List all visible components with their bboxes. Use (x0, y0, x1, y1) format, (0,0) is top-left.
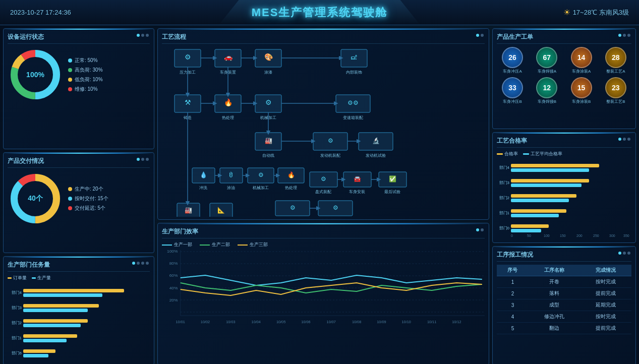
header-title: MES生产管理系统驾驶舱 (252, 5, 388, 20)
node-heat: 🔥 热处理 (215, 95, 241, 120)
svg-text:20%: 20% (169, 298, 178, 302)
node-axle: ⚙ 驱动桥装配 (275, 201, 310, 217)
dashboard: 2023-10-27 17:24:36 MES生产管理系统驾驶舱 ☀ 17~28… (0, 0, 639, 364)
delivery-dot-1 (68, 187, 72, 191)
legend-dept1-label: 生产一部 (174, 241, 192, 248)
legend-item-2: 高负荷: 30% (68, 67, 150, 74)
table-row: 4修边冲孔按时完成 (497, 311, 631, 323)
svg-text:150: 150 (66, 359, 72, 359)
dot-d3 (146, 158, 149, 161)
dot-po2 (623, 34, 626, 37)
col-name: 工序名称 (529, 265, 580, 276)
order-circle-1: 26 (502, 47, 523, 68)
delivery-dot-3 (68, 206, 72, 210)
node-paint: 🎨 涂漆 (255, 49, 281, 75)
production-order-panel: 产品生产工单 26 车身冲压A 67 (492, 28, 636, 129)
svg-text:部门2: 部门2 (12, 321, 22, 325)
col-id: 序号 (497, 265, 529, 276)
svg-text:⚙: ⚙ (185, 53, 191, 61)
dot-wr3 (627, 252, 630, 255)
legend-order: 订单量 (8, 275, 27, 281)
svg-text:10/04: 10/04 (252, 320, 261, 324)
svg-rect-22 (23, 349, 55, 353)
dot-e2 (481, 228, 484, 231)
node-wheel: ⚙ 轮桥装配 (318, 201, 353, 217)
node-engine: ⚙ 发动机装配 (313, 133, 347, 158)
svg-text:200: 200 (576, 234, 583, 237)
qualify-panel: 工艺合格率 合格率 工艺平均合格率 (492, 132, 636, 243)
order-circle-7: 15 (571, 77, 592, 98)
svg-text:💧: 💧 (200, 171, 207, 178)
weather-text: 17~28℃ 东南风3级 (573, 8, 629, 17)
row-name: 落料 (529, 288, 580, 299)
qualify-dots (618, 138, 630, 141)
svg-rect-15 (23, 293, 102, 297)
process-flow-svg: ⚙ 压力加工 🚗 车身装置 🎨 涂漆 (162, 47, 485, 217)
efficiency-title: 生产部门效率 (162, 227, 485, 238)
order-circle-5: 33 (502, 77, 523, 98)
svg-rect-21 (23, 339, 67, 342)
dot2 (141, 34, 144, 37)
svg-text:10/07: 10/07 (327, 320, 336, 324)
svg-text:部门2: 部门2 (499, 196, 510, 200)
order-value-4: 28 (612, 53, 620, 62)
node-engine-test: 🔬 发动机试验 (359, 133, 393, 158)
svg-text:热处理: 热处理 (222, 115, 234, 120)
weather-icon: ☀ (563, 8, 570, 17)
svg-text:变速箱装配: 变速箱装配 (343, 115, 363, 120)
dot3 (146, 34, 149, 37)
svg-text:🛋: 🛋 (351, 54, 357, 61)
legend-label-1: 正常: 50% (75, 57, 98, 64)
table-row: 3成型延期完成 (497, 299, 631, 311)
order-value-1: 26 (508, 53, 516, 62)
legend-label-4: 维修: 10% (75, 86, 98, 93)
svg-text:🚘: 🚘 (354, 175, 361, 183)
qualify-legend-label-1: 合格率 (504, 151, 518, 157)
svg-text:⚙: ⚙ (333, 204, 338, 211)
svg-text:发动机装配: 发动机装配 (320, 153, 340, 158)
delivery-legend-3: 交付延迟: 5个 (68, 205, 150, 212)
legend-dept3-label: 生产三部 (250, 241, 268, 248)
svg-text:🏭: 🏭 (185, 206, 192, 214)
qualify-chart: 合格率 工艺平均合格率 部门4 部门3 部门2 部门1 部门0 (497, 151, 631, 235)
svg-rect-153 (511, 209, 566, 213)
dot-po3 (627, 34, 630, 37)
col-status: 完成情况 (580, 265, 631, 276)
node-heat2: 🔥 热处理 (278, 168, 304, 190)
svg-text:⚙: ⚙ (265, 98, 272, 106)
dot-t3 (141, 262, 144, 265)
node-final-test: ✅ 最后试验 (379, 172, 406, 194)
order-label-8: 整装工艺B (606, 99, 625, 104)
svg-text:自动线: 自动线 (262, 153, 274, 158)
svg-text:150: 150 (560, 234, 566, 237)
qualify-legend: 合格率 工艺平均合格率 (497, 151, 631, 157)
order-label-2: 车身焊接A (538, 69, 556, 74)
svg-rect-155 (511, 224, 549, 228)
order-value-5: 33 (508, 84, 516, 92)
qualify-legend-2: 工艺平均合格率 (523, 151, 562, 157)
order-label-7: 车身涂装B (572, 99, 591, 104)
svg-text:🔬: 🔬 (372, 137, 380, 144)
dept-bar-chart-svg: 部门4 部门3 部门2 部门1 部门6 (8, 284, 150, 359)
middle-column: 工艺流程 ⚙ 压力加工 (157, 28, 489, 364)
svg-text:300: 300 (108, 359, 114, 359)
node-interior: 🛋 内部装饰 (341, 49, 367, 75)
qualify-dot-2 (523, 153, 529, 155)
svg-rect-18 (23, 319, 88, 323)
svg-text:🚗: 🚗 (224, 53, 233, 62)
process-flow: ⚙ 压力加工 🚗 车身装置 🎨 涂漆 (162, 47, 485, 217)
svg-text:最后试验: 最后试验 (384, 190, 400, 194)
svg-text:部门3: 部门3 (499, 180, 510, 185)
header: 2023-10-27 17:24:36 MES生产管理系统驾驶舱 ☀ 17~28… (0, 0, 639, 25)
dept-task-dots (132, 262, 149, 265)
legend-item-3: 低负荷: 10% (68, 76, 150, 83)
delivery-legend-2: 按时交付: 15个 (68, 195, 150, 202)
svg-rect-149 (511, 179, 589, 183)
table-row: 5翻边提前完成 (497, 323, 631, 334)
row-name: 修边冲孔 (529, 311, 580, 323)
svg-text:10/11: 10/11 (427, 320, 436, 324)
svg-text:🔥: 🔥 (287, 171, 295, 178)
right-column: 产品生产工单 26 车身冲压A 67 (492, 28, 636, 364)
dept-task-panel: 生产部门任务量 订单量 生产量 (3, 256, 154, 364)
row-id: 4 (497, 311, 529, 323)
